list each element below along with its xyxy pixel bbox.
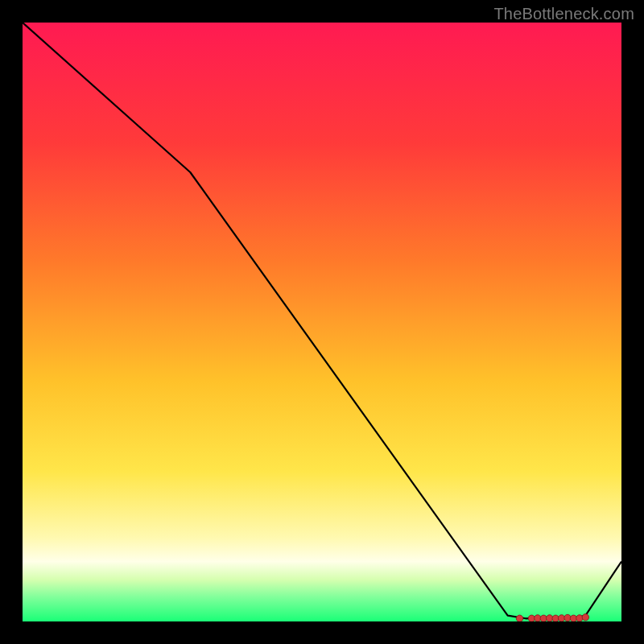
chart-background bbox=[23, 23, 621, 621]
bottleneck-chart bbox=[23, 23, 621, 621]
marker-point bbox=[582, 614, 588, 621]
attribution-label: TheBottleneck.com bbox=[493, 5, 634, 23]
marker-point bbox=[516, 615, 522, 621]
app-frame: TheBottleneck.com bbox=[0, 0, 644, 644]
marker-point bbox=[576, 615, 583, 621]
chart-container bbox=[23, 23, 621, 621]
